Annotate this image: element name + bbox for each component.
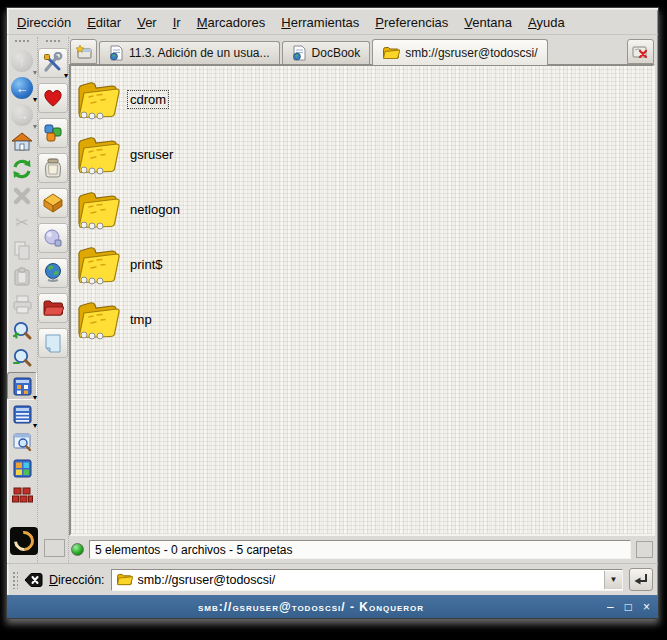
paste-button[interactable] xyxy=(8,264,36,290)
clipboard-icon xyxy=(12,267,32,287)
home-button[interactable] xyxy=(8,129,36,155)
menu-marcadores[interactable]: Marcadores xyxy=(197,15,266,30)
forward-button[interactable]: → ▾ xyxy=(8,102,36,128)
menu-ver[interactable]: Ver xyxy=(137,15,157,30)
kde-throbber xyxy=(10,527,38,555)
main-toolbar: ↑ ▾ ← ▾ → ▾ xyxy=(7,37,37,563)
folder-icon xyxy=(75,189,121,231)
cut-button[interactable]: ✂ xyxy=(8,210,36,236)
menu-ir[interactable]: Ir xyxy=(173,15,181,30)
tab-adicion-usuario[interactable]: 11.3. Adición de un usua... xyxy=(99,41,280,64)
icon-view-button[interactable]: ▾ xyxy=(7,372,37,400)
preview-icon xyxy=(12,431,33,452)
new-tab-button[interactable] xyxy=(70,39,97,64)
tab-label: 11.3. Adición de un usua... xyxy=(129,46,270,60)
list-view-button[interactable]: ▾ xyxy=(8,401,36,427)
folder-item-tmp[interactable]: tmp xyxy=(75,292,653,347)
forward-arrow-icon: → xyxy=(11,104,33,126)
up-button[interactable]: ↑ ▾ xyxy=(8,48,36,74)
menu-direccion[interactable]: Dirección xyxy=(17,15,71,30)
location-value: smb://gsruser@todoscsi/ xyxy=(138,573,599,587)
go-button[interactable] xyxy=(629,568,653,591)
statusbar-stub xyxy=(44,539,65,557)
status-text: 5 elementos - 0 archivos - 5 carpetas xyxy=(89,540,631,559)
tab-docbook[interactable]: DocBook xyxy=(282,41,371,64)
zoom-out-icon xyxy=(11,347,33,369)
back-button[interactable]: ← ▾ xyxy=(8,75,36,101)
blue-ball-icon xyxy=(42,227,64,249)
status-led-icon xyxy=(71,543,84,556)
folder-item-netlogon[interactable]: netlogon xyxy=(75,182,653,237)
close-button[interactable]: × xyxy=(643,601,650,613)
tree-view-bricks-icon xyxy=(12,485,33,506)
menu-editar[interactable]: Editar xyxy=(87,15,121,30)
folder-icon xyxy=(75,134,121,176)
html-document-icon xyxy=(109,45,124,61)
new-tab-icon xyxy=(75,44,93,60)
folder-name: gsruser xyxy=(128,146,175,163)
zoom-in-button[interactable] xyxy=(8,318,36,344)
folder-item-cdrom[interactable]: cdrom xyxy=(75,72,653,127)
toolbar-grip[interactable] xyxy=(12,571,18,589)
jar-icon xyxy=(43,157,63,179)
desktop-background: Dirección Editar Ver Ir Marcadores Herra… xyxy=(0,0,667,640)
archive-button[interactable] xyxy=(38,153,68,183)
printer-icon xyxy=(12,294,33,315)
stop-button[interactable] xyxy=(8,183,36,209)
close-tab-icon xyxy=(632,44,650,60)
html-document-icon xyxy=(292,45,307,61)
bookmarks-button[interactable] xyxy=(38,83,68,113)
zoom-out-button[interactable] xyxy=(8,345,36,371)
home-icon xyxy=(11,131,33,153)
tab-label: smb://gsruser@todoscsi/ xyxy=(405,46,537,60)
heart-icon xyxy=(42,88,64,108)
toolbar-grip[interactable] xyxy=(45,39,61,44)
tab-label: DocBook xyxy=(312,46,361,60)
window-title: smb://gsruser@todoscsi/ - Konqueror xyxy=(15,600,607,614)
menu-ayuda[interactable]: Ayuda xyxy=(528,15,565,30)
location-input[interactable]: smb://gsruser@todoscsi/ ▼ xyxy=(111,569,623,591)
minimize-button[interactable]: – xyxy=(607,601,614,613)
package-button[interactable] xyxy=(38,188,68,218)
web-browser-button[interactable] xyxy=(38,258,68,288)
applications-button[interactable] xyxy=(38,118,68,148)
menu-preferencias[interactable]: Preferencias xyxy=(375,15,448,30)
colored-cubes-icon xyxy=(42,122,64,144)
folder-name: tmp xyxy=(128,311,154,328)
multicolumn-view-button[interactable] xyxy=(8,455,36,481)
tab-smb-share[interactable]: smb://gsruser@todoscsi/ xyxy=(372,39,547,65)
folder-name: netlogon xyxy=(128,201,182,218)
icon-view-icon xyxy=(12,376,33,397)
maximize-button[interactable]: □ xyxy=(625,601,632,613)
title-bar[interactable]: smb://gsruser@todoscsi/ - Konqueror – □ … xyxy=(7,595,658,618)
location-toolbar: Dirección: smb://gsruser@todoscsi/ ▼ xyxy=(7,563,658,595)
menu-ventana[interactable]: Ventana xyxy=(464,15,512,30)
folder-view[interactable]: cdrom gsruser xyxy=(69,64,655,536)
folder-item-print[interactable]: print$ xyxy=(75,237,653,292)
stop-x-icon xyxy=(12,186,32,206)
tools-button[interactable]: ▾ xyxy=(38,48,68,78)
red-folder-button[interactable] xyxy=(38,293,68,323)
folder-icon xyxy=(75,79,121,121)
toolbar-grip[interactable] xyxy=(14,39,30,44)
tools-icon xyxy=(42,52,64,74)
folder-icon xyxy=(75,299,121,341)
zoom-in-icon xyxy=(11,320,33,342)
menu-herramientas[interactable]: Herramientas xyxy=(281,15,359,30)
note-button[interactable] xyxy=(38,328,68,358)
reload-button[interactable] xyxy=(8,156,36,182)
network-button[interactable] xyxy=(38,223,68,253)
chevron-down-icon: ▼ xyxy=(610,575,618,584)
folder-item-gsruser[interactable]: gsruser xyxy=(75,127,653,182)
clear-location-icon[interactable] xyxy=(24,572,43,588)
gear-spinner-icon xyxy=(10,527,38,555)
preview-view-button[interactable] xyxy=(8,428,36,454)
copy-button[interactable] xyxy=(8,237,36,263)
location-dropdown-button[interactable]: ▼ xyxy=(604,571,622,589)
tree-view-button[interactable] xyxy=(8,482,36,508)
open-folder-icon xyxy=(382,46,400,60)
multicolumn-view-icon xyxy=(12,458,33,479)
statusbar-corner-box xyxy=(636,541,653,558)
close-tab-button[interactable] xyxy=(627,39,654,64)
print-button[interactable] xyxy=(8,291,36,317)
